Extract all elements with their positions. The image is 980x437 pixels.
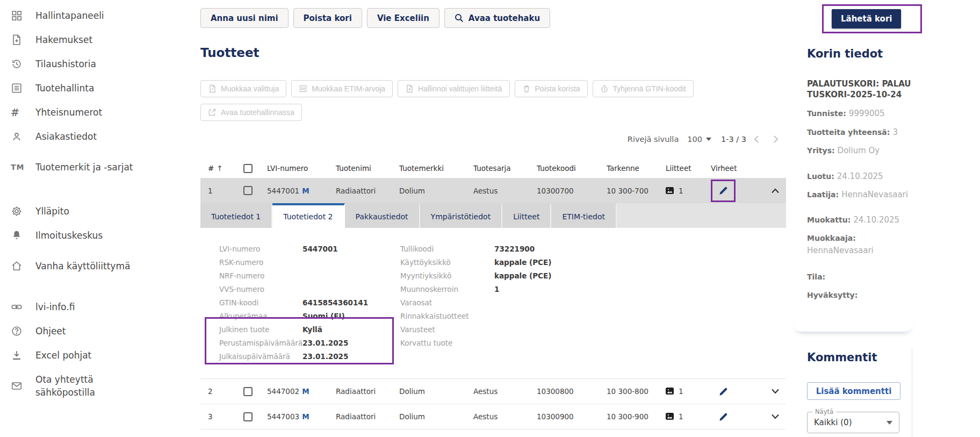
file-plus-icon — [405, 84, 414, 93]
detail-label: Rinnakkaistuotteet — [400, 312, 494, 320]
table-row[interactable]: 1 5447001M Radiaattori Dolium Aestus 103… — [200, 178, 786, 203]
sidebar-item-excel-pohjat[interactable]: Excel pohjat — [0, 343, 183, 367]
sidebar-item-tilaushistoria[interactable]: Tilaushistoria — [0, 52, 183, 76]
next-page-button[interactable] — [766, 135, 786, 143]
field-value: HennaNevasaari — [841, 190, 908, 199]
detail-label: Perustamispäivämäärä — [219, 339, 302, 347]
sidebar-item-label: Vanha käyttöliittymä — [35, 260, 130, 273]
add-comment-button[interactable]: Lisää kommentti — [807, 382, 900, 400]
select-all-checkbox[interactable] — [243, 164, 253, 173]
sidebar-item-hallintapaneeli[interactable]: Hallintapaneeli — [0, 3, 183, 27]
button-label: Hallinnoi valittujen liitteitä — [418, 84, 502, 93]
column-lvi-numero[interactable]: LVI-numero — [267, 164, 336, 173]
edit-product-button[interactable] — [711, 405, 736, 428]
expand-row-button[interactable] — [765, 389, 786, 394]
rows-per-page-select[interactable]: 100 — [687, 135, 711, 144]
product-series: Aestus — [473, 412, 537, 421]
cart-field-luotu: Luotu:24.10.2025 — [807, 171, 913, 181]
edit-product-button[interactable] — [711, 380, 736, 403]
sidebar-item-label: Tuotehallinta — [35, 82, 94, 95]
pagination-range: 1-3 / 3 — [721, 135, 746, 144]
row-checkbox[interactable] — [243, 186, 253, 195]
detail-label: GTIN-koodi — [219, 298, 302, 307]
product-code: 10300800 — [537, 387, 607, 396]
field-label: Laatija: — [807, 190, 839, 199]
cart-info-card: Korin tiedot PALAUTUSKORI: PALAUTUSKORI-… — [793, 38, 913, 332]
attachment-count: 1 — [679, 187, 683, 195]
comments-filter-select[interactable]: Näytä Kaikki (0) — [807, 412, 899, 433]
sidebar-item-lvi-info[interactable]: lvi-info.fi — [0, 295, 183, 319]
mail-icon — [11, 380, 35, 392]
edit-selected-button[interactable]: Muokkaa valittuja — [200, 80, 286, 97]
tab-tuotetiedot-1[interactable]: Tuotetiedot 1 — [200, 203, 272, 228]
manage-attachments-button[interactable]: Hallinnoi valittujen liitteitä — [398, 80, 509, 97]
sidebar-item-yhteisnumerot[interactable]: # Yhteisnumerot — [0, 100, 183, 124]
column-tuotesarja[interactable]: Tuotesarja — [473, 164, 537, 173]
field-value: 24.10.2025 — [837, 171, 883, 181]
sort-asc-icon[interactable]: ↑ — [217, 164, 222, 173]
delete-cart-button[interactable]: Poista kori — [293, 8, 362, 28]
lvi-number: 5447003 — [267, 412, 299, 421]
sidebar-item-vanha-kayttoliittyma[interactable]: Vanha käyttöliittymä — [0, 247, 183, 285]
cart-info-title: Korin tiedot — [807, 47, 913, 60]
edit-etim-values-button[interactable]: Muokkaa ETIM-arvoja — [291, 80, 393, 97]
send-cart-button[interactable]: Lähetä kori — [832, 9, 901, 28]
edit-product-button-highlighted[interactable] — [711, 180, 736, 202]
export-excel-button[interactable]: Vie Exceliin — [367, 8, 439, 28]
button-label: Vie Exceliin — [377, 13, 429, 23]
row-checkbox[interactable] — [243, 412, 253, 421]
sidebar-item-ilmoituskeskus[interactable]: Ilmoituskeskus — [0, 223, 183, 247]
sidebar-item-label: lvi-info.fi — [35, 300, 75, 313]
attachment-count: 1 — [679, 387, 683, 396]
row-index: 2 — [208, 387, 243, 396]
sidebar-item-label: Yhteisnumerot — [35, 106, 102, 119]
open-in-product-management-button[interactable]: Avaa tuotehallinnassa — [200, 104, 302, 121]
table-row[interactable]: 2 5447002M Radiaattori Dolium Aestus 103… — [200, 379, 786, 404]
column-tuotemerkki[interactable]: Tuotemerkki — [399, 164, 473, 173]
field-value: 24.10.2025 — [853, 215, 899, 225]
highlight-box-send-cart: Lähetä kori — [822, 4, 922, 33]
tab-pakkaustiedot[interactable]: Pakkaustiedot — [345, 203, 420, 228]
sidebar-item-hakemukset[interactable]: Hakemukset — [0, 27, 183, 52]
column-index: # — [208, 164, 214, 173]
rename-cart-button[interactable]: Anna uusi nimi — [200, 8, 289, 28]
button-label: Poista kori — [304, 13, 352, 23]
sidebar-item-ota-yhteytta[interactable]: Ota yhteyttä sähköpostilla — [0, 367, 183, 405]
m-flag: M — [302, 412, 309, 421]
cart-panel: Lähetä kori Korin tiedot PALAUTUSKORI: P… — [790, 0, 980, 437]
column-tuotekoodi[interactable]: Tuotekoodi — [537, 164, 607, 173]
row-checkbox[interactable] — [243, 387, 253, 396]
tab-etim-tiedot[interactable]: ETIM-tiedot — [551, 203, 617, 228]
sidebar-item-asiakastiedot[interactable]: Asiakastiedot — [0, 124, 183, 148]
sidebar-item-yllapito[interactable]: Ylläpito — [0, 199, 183, 223]
tab-ymparistotiedot[interactable]: Ympäristötiedot — [420, 203, 503, 228]
sidebar-item-tuotemerkit[interactable]: TM Tuotemerkit ja -sarjat — [0, 148, 183, 186]
tab-tuotetiedot-2[interactable]: Tuotetiedot 2 — [272, 203, 344, 228]
table-header-row: #↑ LVI-numero Tuotenimi Tuotemerkki Tuot… — [200, 159, 786, 178]
detail-label: Alkuperämaa — [219, 312, 302, 320]
sidebar-group-gap — [0, 285, 183, 295]
caret-down-icon — [706, 138, 711, 141]
clear-gtin-codes-button[interactable]: Tyhjennä GTIN-koodit — [593, 80, 694, 97]
column-tuotenimi[interactable]: Tuotenimi — [336, 164, 399, 173]
column-virheet[interactable]: Virheet — [711, 164, 765, 173]
remove-from-cart-button[interactable]: Poista korista — [515, 80, 588, 97]
expand-row-button[interactable] — [765, 414, 786, 419]
comments-scrollbar-track[interactable] — [912, 348, 912, 437]
column-tarkenne[interactable]: Tarkenne — [607, 164, 666, 173]
detail-label: NRF-numero — [219, 271, 302, 280]
detail-value: kappale (PCE) — [494, 258, 551, 267]
tab-liitteet[interactable]: Liitteet — [502, 203, 551, 228]
open-product-search-button[interactable]: Avaa tuotehaku — [444, 8, 550, 28]
rows-per-page-value: 100 — [687, 135, 702, 144]
file-edit-icon — [208, 84, 217, 93]
sidebar-item-ohjeet[interactable]: Ohjeet — [0, 319, 183, 343]
detail-label: Varaosat — [400, 298, 494, 307]
comments-title: Kommentit — [807, 351, 913, 364]
sidebar-item-tuotehallinta[interactable]: Tuotehallinta — [0, 76, 183, 100]
previous-page-button[interactable] — [746, 135, 766, 143]
column-liitteet[interactable]: Liitteet — [666, 164, 711, 173]
image-attachment-icon — [666, 388, 674, 395]
table-row[interactable]: 3 5447003M Radiaattori Dolium Aestus 103… — [200, 404, 786, 429]
collapse-row-button[interactable] — [765, 188, 786, 194]
